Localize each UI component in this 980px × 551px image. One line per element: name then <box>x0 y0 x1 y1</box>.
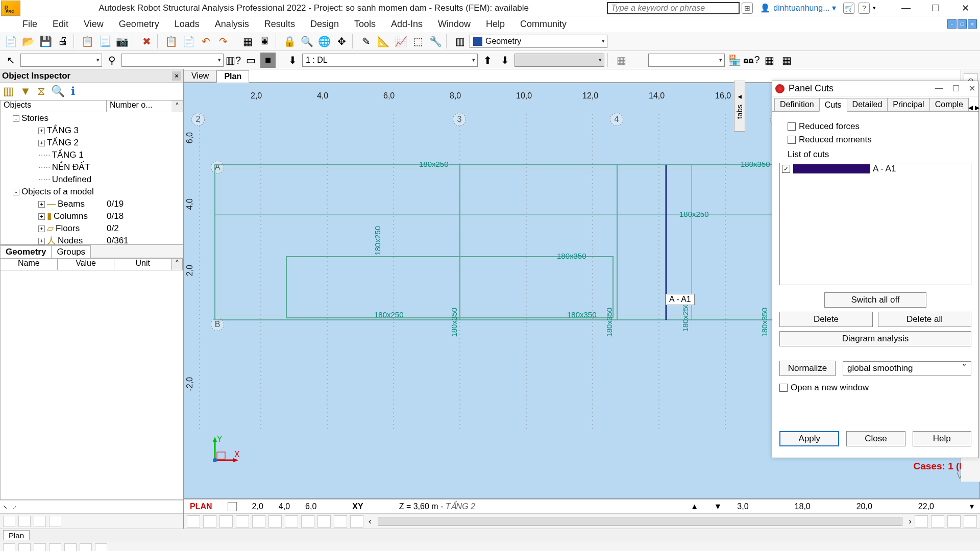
cut-list-item[interactable]: ✓ A - A1 <box>780 163 971 174</box>
diagram-analysis-button[interactable]: Diagram analysis <box>779 331 971 346</box>
bst-4[interactable] <box>49 543 61 552</box>
lc-btn2[interactable]: ⬇ <box>497 53 512 68</box>
pc-tab-definition[interactable]: Definition <box>774 98 820 111</box>
run-icon[interactable]: ▦ <box>614 53 629 68</box>
menu-help[interactable]: Help <box>486 19 505 30</box>
bst-7[interactable] <box>95 543 107 552</box>
smoothing-select[interactable]: global smoothing <box>843 361 971 375</box>
loadcase-icon[interactable]: ⬇ <box>285 53 300 68</box>
vbt-6[interactable] <box>268 515 282 528</box>
layout-combo[interactable]: Geometry <box>470 35 607 48</box>
tree-row[interactable]: -Stories <box>1 112 183 124</box>
menu-design[interactable]: Design <box>310 19 339 30</box>
vbt-2[interactable] <box>203 515 216 528</box>
mdi-restore[interactable]: □ <box>958 19 967 29</box>
apps-icon[interactable]: ⊞ <box>742 3 753 14</box>
mdi-close[interactable]: × <box>968 19 977 29</box>
reduced-moments-checkbox[interactable] <box>788 136 796 144</box>
insp-tool-2[interactable]: ▼ <box>20 85 31 98</box>
insp-tool-3[interactable]: ⧖ <box>37 85 45 98</box>
delete-all-button[interactable]: Delete all <box>878 312 971 327</box>
vbt-r3[interactable] <box>947 515 961 528</box>
undo-icon[interactable]: ↶ <box>198 34 213 49</box>
inspector-close[interactable]: × <box>172 71 181 81</box>
grid2-icon[interactable]: ▦ <box>779 53 794 68</box>
filter-icon[interactable]: ⚲ <box>104 53 119 68</box>
tree-row[interactable]: +▱Floors0/2 <box>1 222 183 235</box>
close-dialog-button[interactable]: Close <box>846 431 905 446</box>
vbt-1[interactable] <box>187 515 200 528</box>
measure-icon[interactable]: 📐 <box>376 34 391 49</box>
user-menu[interactable]: 👤dinhtuanhung... ▾ <box>760 3 836 13</box>
menu-view[interactable]: View <box>84 19 104 30</box>
tree-row[interactable]: ·····Undefined <box>1 173 183 186</box>
lview-3[interactable] <box>34 516 46 527</box>
tab-groups[interactable]: Groups <box>51 245 91 258</box>
menu-addins[interactable]: Add-Ins <box>391 19 423 30</box>
globe-icon[interactable]: 🌐 <box>316 34 332 49</box>
combo-gray[interactable] <box>514 54 604 67</box>
table-icon[interactable]: ▦ <box>240 34 255 49</box>
tree-row[interactable]: ·····TẦNG 1 <box>1 149 183 161</box>
menu-analysis[interactable]: Analysis <box>215 19 249 30</box>
vbt-8[interactable] <box>301 515 314 528</box>
selection-combo-2[interactable] <box>121 54 224 67</box>
normalize-button[interactable]: Normalize <box>779 361 836 376</box>
pc-close[interactable]: ✕ <box>969 84 975 93</box>
menu-tools[interactable]: Tools <box>354 19 376 30</box>
save-icon[interactable]: 💾 <box>38 34 53 49</box>
tab-view[interactable]: View <box>184 70 216 82</box>
vbt-9[interactable] <box>317 515 331 528</box>
vbt-r2[interactable] <box>931 515 944 528</box>
tree-row[interactable]: +人Nodes0/361 <box>1 235 183 245</box>
tree-col-number[interactable]: Number o... <box>107 101 172 112</box>
tree-row[interactable]: +▮Columns0/18 <box>1 210 183 222</box>
lview-1[interactable] <box>3 516 15 527</box>
cut-list[interactable]: ✓ A - A1 <box>779 163 971 285</box>
tab-plan[interactable]: Plan <box>216 70 249 83</box>
move-icon[interactable]: ✥ <box>334 34 349 49</box>
bst-5[interactable] <box>64 543 77 552</box>
tree-row[interactable]: +TẦNG 2 <box>1 137 183 149</box>
minimize-button[interactable]: ― <box>891 1 921 16</box>
copy-icon[interactable]: 📋 <box>163 34 179 49</box>
vbt-11[interactable] <box>350 515 363 528</box>
vbt-5[interactable] <box>252 515 265 528</box>
help2-icon[interactable]: 🏘? <box>744 53 760 68</box>
cut-item-checkbox[interactable]: ✓ <box>782 165 790 173</box>
h-scrollbar[interactable] <box>378 517 903 526</box>
pc-tab-cuts[interactable]: Cuts <box>819 98 847 112</box>
zoom-icon[interactable]: 🔍 <box>299 34 314 49</box>
open-new-window-checkbox[interactable] <box>779 384 788 392</box>
prop-col-unit[interactable]: Unit <box>114 259 172 270</box>
tree-scroll-up[interactable]: ˄ <box>172 101 183 112</box>
loadcase-combo[interactable]: 1 : DL <box>302 54 478 67</box>
prop-col-name[interactable]: Name <box>1 259 58 270</box>
delete-button[interactable]: Delete <box>779 312 873 327</box>
tree-row[interactable]: -Objects of a model <box>1 186 183 198</box>
mdi-minimize[interactable]: - <box>947 19 957 29</box>
selection-combo-1[interactable] <box>20 54 102 67</box>
lc-btn1[interactable]: ⬆ <box>480 53 495 68</box>
tabs-side[interactable]: tabs ▸ <box>734 81 745 132</box>
preview-icon[interactable]: 📋 <box>80 34 95 49</box>
lview-2[interactable] <box>18 516 31 527</box>
help-button[interactable]: Help <box>913 431 971 446</box>
what-icon[interactable]: ▥? <box>226 53 241 68</box>
delete-icon[interactable]: ✖ <box>139 34 154 49</box>
cart-icon[interactable]: 🛒 <box>843 3 854 14</box>
pc-tab-complex[interactable]: Comple <box>929 98 969 111</box>
insp-tool-5[interactable]: ℹ <box>71 85 75 98</box>
bottom-tab-plan[interactable]: Plan <box>3 530 30 540</box>
tree-col-objects[interactable]: Objects <box>1 101 107 112</box>
vbt-r1[interactable] <box>915 515 928 528</box>
prop-col-value[interactable]: Value <box>58 259 115 270</box>
prop-scroll[interactable]: ˄ <box>172 259 183 270</box>
close-button[interactable]: ✕ <box>950 1 980 16</box>
pc-tab-prev[interactable]: ◀ <box>968 104 973 111</box>
vbt-10[interactable] <box>334 515 347 528</box>
redo-icon[interactable]: ↷ <box>215 34 231 49</box>
new-icon[interactable]: 📄 <box>3 34 18 49</box>
vbt-4[interactable] <box>236 515 249 528</box>
aux-combo[interactable] <box>648 54 725 67</box>
